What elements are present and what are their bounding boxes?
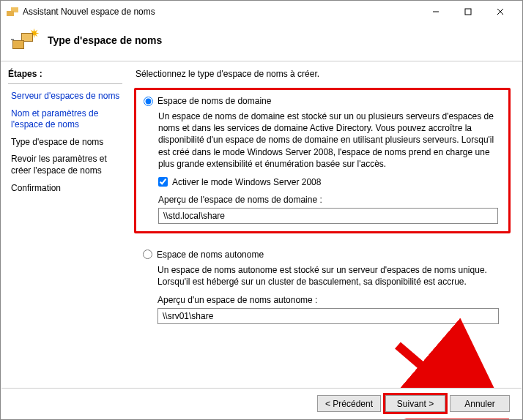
wizard-header: ✷ Type d'espace de noms	[1, 23, 522, 61]
domain-preview-label: Aperçu de l'espace de noms de domaine :	[158, 195, 501, 205]
standalone-preview-field: \\srv01\share	[157, 308, 499, 324]
page-title: Type d'espace de noms	[48, 34, 162, 46]
checkbox-ws2008-mode[interactable]: Activer le mode Windows Server 2008	[158, 177, 501, 187]
main-panel: Sélectionnez le type d'espace de noms à …	[127, 61, 522, 395]
domain-description: Un espace de noms de domaine est stocké …	[158, 110, 501, 170]
radio-standalone-label: Espace de noms autonome	[157, 250, 264, 260]
previous-button[interactable]: < Précédent	[317, 395, 381, 412]
radio-standalone-namespace[interactable]: Espace de noms autonome	[143, 250, 502, 260]
checkbox-ws2008-label: Activer le mode Windows Server 2008	[172, 177, 321, 187]
next-button[interactable]: Suivant >	[385, 395, 445, 412]
svg-rect-1	[465, 9, 471, 15]
wizard-body: Étapes : Serveur d'espaces de noms Nom e…	[1, 61, 522, 395]
namespace-wizard-icon	[7, 6, 18, 18]
step-review: Revoir les paramètres et créer l'espace …	[8, 151, 122, 179]
checkbox-ws2008-input[interactable]	[158, 177, 168, 187]
maximize-button[interactable]	[452, 1, 484, 22]
step-name-params[interactable]: Nom et paramètres de l'espace de noms	[8, 106, 122, 133]
radio-standalone-input[interactable]	[143, 250, 152, 259]
divider	[8, 83, 122, 84]
standalone-preview-label: Aperçu d'un espace de noms autonome :	[157, 295, 502, 305]
standalone-preview-value: \\srv01\share	[163, 311, 213, 321]
domain-option-highlight: Espace de noms de domaine Un espace de n…	[134, 88, 511, 233]
standalone-description: Un espace de noms autonome est stocké su…	[157, 264, 502, 288]
titlebar: Assistant Nouvel espace de noms	[1, 1, 522, 23]
radio-domain-namespace[interactable]: Espace de noms de domaine	[144, 96, 501, 106]
steps-sidebar: Étapes : Serveur d'espaces de noms Nom e…	[1, 61, 127, 395]
wizard-footer: < Précédent Suivant > Annuler	[1, 388, 522, 419]
step-namespace-type: Type d'espace de noms	[8, 135, 122, 151]
steps-heading: Étapes :	[8, 69, 122, 79]
radio-domain-input[interactable]	[144, 97, 153, 106]
step-confirmation: Confirmation	[8, 181, 122, 197]
close-button[interactable]	[484, 1, 516, 22]
standalone-option-section: Espace de noms autonome Un espace de nom…	[134, 250, 511, 324]
intro-text: Sélectionnez le type d'espace de noms à …	[136, 69, 511, 79]
minimize-button[interactable]	[420, 1, 452, 22]
step-server[interactable]: Serveur d'espaces de noms	[8, 89, 122, 105]
radio-domain-label: Espace de noms de domaine	[157, 96, 271, 106]
domain-preview-value: \\std.local\share	[163, 211, 225, 221]
domain-preview-field: \\std.local\share	[158, 208, 498, 224]
cancel-button[interactable]: Annuler	[450, 395, 510, 412]
window-title: Assistant Nouvel espace de noms	[23, 7, 420, 17]
namespace-type-icon: ✷	[11, 27, 40, 53]
